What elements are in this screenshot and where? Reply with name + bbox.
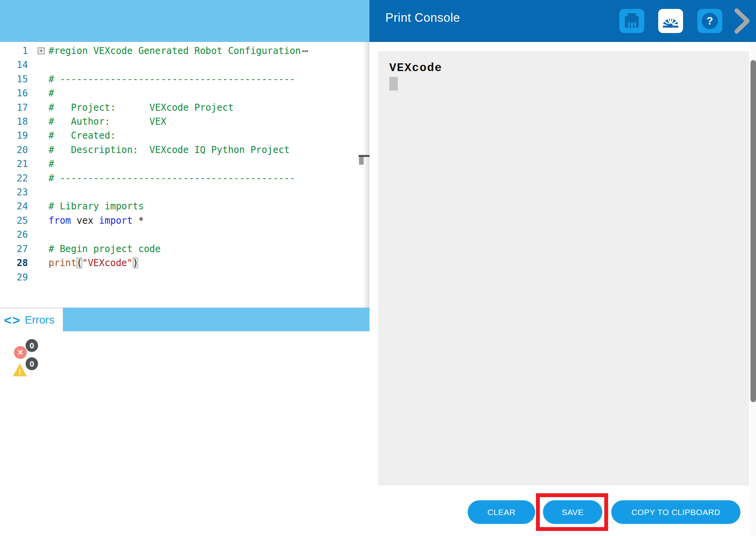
fold-margin xyxy=(28,199,49,213)
console-output-text: VEXcode xyxy=(389,61,442,75)
line-number: 18 xyxy=(0,115,28,129)
code-line[interactable]: 24# Library imports xyxy=(0,199,359,213)
code-line[interactable]: 27# Begin project code xyxy=(0,242,359,256)
fold-margin xyxy=(28,270,49,284)
code-line[interactable]: 29 xyxy=(0,270,359,284)
console-header: Print Console xyxy=(369,0,756,42)
line-number: 22 xyxy=(0,171,28,185)
panel-title: Print Console xyxy=(385,11,460,25)
code-line[interactable]: 26 xyxy=(0,228,359,242)
gauge-icon xyxy=(661,12,680,30)
code-line[interactable]: 18# Author: VEX xyxy=(0,115,359,129)
help-icon: ? xyxy=(702,13,718,29)
code-line[interactable]: 19# Created: xyxy=(0,129,359,143)
error-count-badge: 0 xyxy=(26,339,38,352)
errors-tab-bar: <> Errors xyxy=(0,308,369,331)
device-port-button[interactable] xyxy=(619,9,644,33)
code-line[interactable]: 22# ------------------------------------… xyxy=(0,171,359,185)
fold-margin xyxy=(28,157,49,171)
fold-margin xyxy=(28,256,49,270)
errors-tab-label: Errors xyxy=(25,314,54,326)
line-number: 20 xyxy=(0,143,28,157)
editor-lines: 1+#region VEXcode Generated Robot Config… xyxy=(0,42,359,284)
errors-tab[interactable]: <> Errors xyxy=(0,308,63,331)
errors-panel xyxy=(0,331,369,536)
copy-to-clipboard-button[interactable]: COPY TO CLIPBOARD xyxy=(611,500,740,524)
fold-margin xyxy=(28,242,49,256)
print-console-toggle-button[interactable] xyxy=(658,9,683,33)
line-number: 28 xyxy=(0,256,28,270)
vexcode-window: 1+#region VEXcode Generated Robot Config… xyxy=(0,0,756,536)
code-brackets-icon: <> xyxy=(4,313,20,327)
line-number: 16 xyxy=(0,86,28,100)
code-line[interactable]: 17# Project: VEXcode Project xyxy=(0,101,359,115)
line-number: 23 xyxy=(0,185,28,199)
code-text: # --------------------------------------… xyxy=(49,171,295,185)
device-port-icon xyxy=(623,12,640,30)
collapse-panel-button[interactable] xyxy=(733,8,751,34)
fold-margin xyxy=(28,101,49,115)
line-number: 27 xyxy=(0,242,28,256)
fold-margin xyxy=(28,115,49,129)
fold-margin xyxy=(28,86,49,100)
editor-scrollbar[interactable] xyxy=(359,42,369,308)
fold-toggle-icon[interactable]: + xyxy=(38,47,45,54)
console-output-area: VEXcode xyxy=(378,51,749,486)
line-number: 19 xyxy=(0,129,28,143)
help-button[interactable]: ? xyxy=(697,9,722,33)
fold-margin xyxy=(28,228,49,242)
fold-margin xyxy=(28,72,49,86)
code-line[interactable]: 28print("VEXcode") xyxy=(0,256,359,270)
line-number: 25 xyxy=(0,214,28,228)
toolbar-strip xyxy=(0,0,369,42)
chevron-right-icon xyxy=(733,8,751,34)
console-cursor xyxy=(389,77,398,90)
code-text: # xyxy=(49,86,54,100)
fold-margin xyxy=(28,129,49,143)
line-number: 24 xyxy=(0,199,28,213)
fold-margin xyxy=(28,171,49,185)
code-line[interactable]: 20# Description: VEXcode IQ Python Proje… xyxy=(0,143,359,157)
panel-scrollbar[interactable] xyxy=(751,42,756,536)
line-number: 29 xyxy=(0,270,28,284)
code-line[interactable]: 14 xyxy=(0,58,359,72)
error-icon: ✕ xyxy=(14,346,27,359)
code-text: #region VEXcode Generated Robot Configur… xyxy=(49,44,301,58)
fold-margin xyxy=(28,185,49,199)
code-line[interactable]: 1+#region VEXcode Generated Robot Config… xyxy=(0,44,359,58)
code-text: # Author: VEX xyxy=(49,115,166,129)
line-number: 26 xyxy=(0,228,28,242)
code-line[interactable]: 21# xyxy=(0,157,359,171)
code-text: print("VEXcode") xyxy=(49,256,138,270)
fold-margin: + xyxy=(28,44,49,58)
code-text: # Description: VEXcode IQ Python Project xyxy=(49,143,290,157)
code-text: # Project: VEXcode Project xyxy=(49,101,234,115)
code-text: # Begin project code xyxy=(49,242,161,256)
editor-scrollbar-thumb[interactable] xyxy=(359,157,364,165)
save-button[interactable]: SAVE xyxy=(543,500,602,524)
fold-margin xyxy=(28,214,49,228)
code-text: from vex import * xyxy=(49,214,144,228)
code-editor[interactable]: 1+#region VEXcode Generated Robot Config… xyxy=(0,42,359,308)
fold-margin xyxy=(28,58,49,72)
panel-scrollbar-thumb[interactable] xyxy=(751,60,756,402)
collapsed-region-ellipsis[interactable]: ⋯ xyxy=(302,44,308,58)
code-line[interactable]: 16# xyxy=(0,86,359,100)
warning-count-badge: 0 xyxy=(26,357,38,370)
code-line[interactable]: 25from vex import * xyxy=(0,214,359,228)
line-number: 1 xyxy=(0,44,28,58)
code-line[interactable]: 23 xyxy=(0,185,359,199)
code-text: # Created: xyxy=(49,129,116,143)
line-number: 21 xyxy=(0,157,28,171)
fold-margin xyxy=(28,143,49,157)
line-number: 17 xyxy=(0,101,28,115)
code-text: # Library imports xyxy=(49,199,144,213)
code-text: # --------------------------------------… xyxy=(49,72,295,86)
line-number: 14 xyxy=(0,58,28,72)
line-number: 15 xyxy=(0,72,28,86)
clear-button[interactable]: CLEAR xyxy=(468,500,535,524)
code-text: # xyxy=(49,157,54,171)
code-line[interactable]: 15# ------------------------------------… xyxy=(0,72,359,86)
